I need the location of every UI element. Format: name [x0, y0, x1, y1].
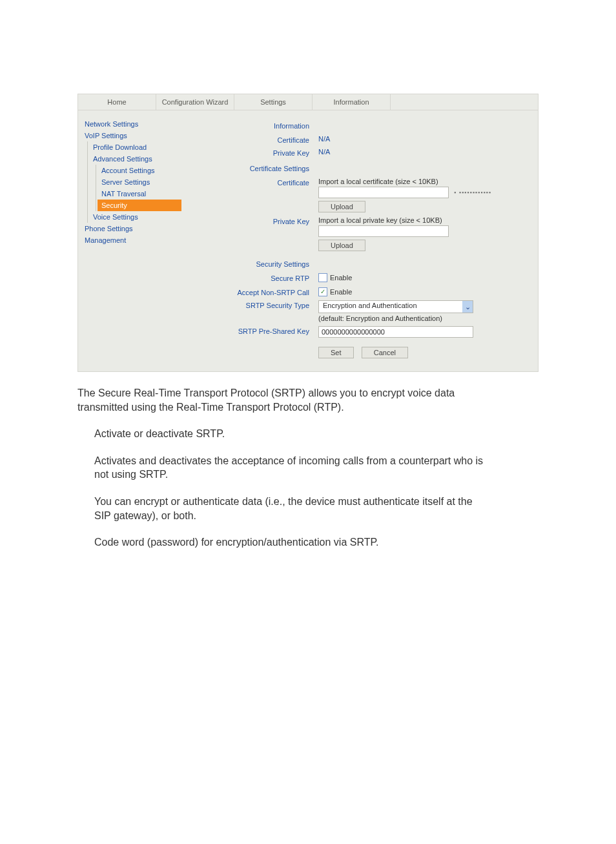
- srtp-type-select[interactable]: Encryption and Authentication ⌄: [318, 300, 473, 313]
- hint-pk-import: Import a local private key (size < 10KB): [318, 216, 531, 224]
- cancel-button[interactable]: Cancel: [362, 347, 408, 358]
- pk-file-input[interactable]: [318, 225, 449, 237]
- set-button[interactable]: Set: [318, 347, 354, 358]
- sidebar-item-account[interactable]: Account Settings: [101, 165, 181, 176]
- tab-information[interactable]: Information: [313, 94, 391, 110]
- label-cert-upload: Certificate: [187, 178, 318, 187]
- sidebar-item-profile-download[interactable]: Profile Download: [93, 141, 181, 153]
- srtp-type-default: (default: Encryption and Authentication): [318, 314, 531, 322]
- sidebar-item-voice[interactable]: Voice Settings: [93, 211, 181, 223]
- hint-cert-import: Import a local certificate (size < 10KB): [318, 178, 531, 185]
- sidebar-item-phone[interactable]: Phone Settings: [85, 223, 181, 234]
- tab-configuration-wizard[interactable]: Configuration Wizard: [156, 94, 234, 110]
- checkbox-icon: [318, 273, 327, 282]
- sidebar-item-nat[interactable]: NAT Traversal: [101, 188, 181, 200]
- browse-icon[interactable]: ▪ ▪▪▪▪▪▪▪▪▪▪▪▪: [454, 189, 491, 196]
- section-certificate-settings: Certificate Settings: [187, 161, 318, 174]
- doc-intro: The Secure Real-Time Transport Protocol …: [77, 386, 491, 414]
- sidebar-item-security[interactable]: Security: [98, 200, 181, 211]
- label-secure-rtp: Secure RTP: [187, 273, 318, 282]
- upload-cert-button[interactable]: Upload: [318, 201, 365, 212]
- cert-file-input[interactable]: [318, 187, 449, 198]
- tab-spacer: [391, 94, 538, 110]
- top-tabs: Home Configuration Wizard Settings Infor…: [78, 94, 538, 110]
- value-certificate: N/A: [318, 135, 531, 143]
- label-srtp-psk: SRTP Pre-Shared Key: [187, 326, 318, 335]
- doc-p4: Code word (password) for encryption/auth…: [94, 535, 491, 550]
- label-certificate: Certificate: [187, 135, 318, 144]
- sidebar: Network Settings VoIP Settings Profile D…: [78, 110, 187, 371]
- section-security-settings: Security Settings: [187, 256, 318, 269]
- content-area: Information Certificate N/A Private Key …: [187, 110, 538, 371]
- sidebar-item-management[interactable]: Management: [85, 234, 181, 246]
- label-pk-upload: Private Key: [187, 216, 318, 225]
- chevron-down-icon: ⌄: [462, 301, 473, 313]
- label-private-key: Private Key: [187, 148, 318, 157]
- sidebar-item-server[interactable]: Server Settings: [101, 176, 181, 188]
- label-srtp-type: SRTP Security Type: [187, 300, 318, 309]
- tab-settings[interactable]: Settings: [234, 94, 313, 110]
- upload-pk-button[interactable]: Upload: [318, 240, 365, 251]
- enable-label: Enable: [330, 274, 352, 282]
- secure-rtp-checkbox[interactable]: Enable: [318, 273, 352, 282]
- accept-non-srtp-checkbox[interactable]: ✓ Enable: [318, 287, 352, 296]
- doc-p1: Activate or deactivate SRTP.: [94, 427, 491, 441]
- sidebar-item-network[interactable]: Network Settings: [85, 118, 181, 130]
- label-accept-non-srtp: Accept Non-SRTP Call: [187, 287, 318, 296]
- value-private-key: N/A: [318, 148, 531, 156]
- settings-panel: Home Configuration Wizard Settings Infor…: [77, 94, 539, 372]
- sidebar-item-advanced[interactable]: Advanced Settings: [93, 153, 181, 165]
- srtp-psk-input[interactable]: [318, 326, 473, 338]
- tab-home[interactable]: Home: [78, 94, 156, 110]
- doc-text: The Secure Real-Time Transport Protocol …: [77, 386, 491, 550]
- doc-p3: You can encrypt or authenticate data (i.…: [94, 495, 491, 522]
- srtp-type-value: Encryption and Authentication: [319, 301, 462, 313]
- section-information: Information: [187, 118, 318, 131]
- sidebar-item-voip[interactable]: VoIP Settings: [85, 130, 181, 141]
- enable-label: Enable: [330, 288, 352, 296]
- doc-p2: Activates and deactivates the acceptance…: [94, 454, 491, 482]
- checkbox-checked-icon: ✓: [318, 287, 327, 296]
